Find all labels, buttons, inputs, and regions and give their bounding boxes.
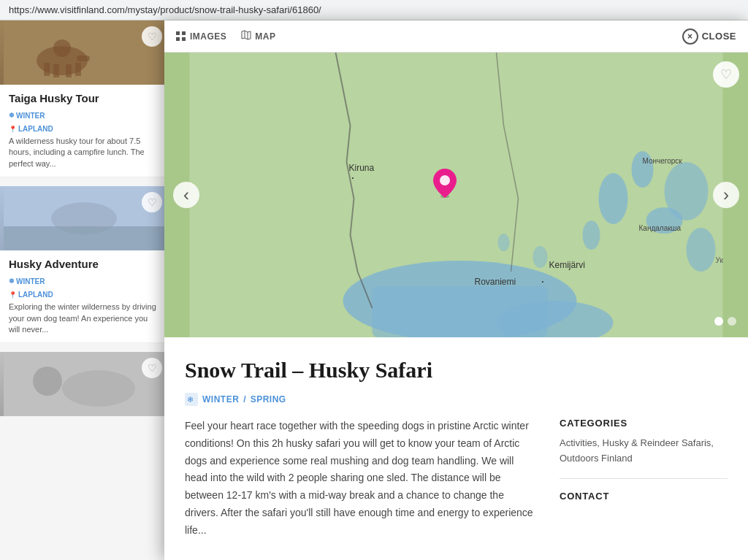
svg-point-12 bbox=[33, 367, 62, 396]
card-taiga-husky: ♡ Taiga Husky Tour WINTER LAPLAND A wild… bbox=[0, 20, 168, 177]
svg-text:Rovaniemi: Rovaniemi bbox=[475, 277, 516, 287]
tab-map-label: MAP bbox=[255, 31, 275, 42]
url-text: https://www.visitfinland.com/mystay/prod… bbox=[9, 4, 321, 15]
card-tags-1: WINTER LAPLAND bbox=[9, 107, 159, 136]
card-image-1: ♡ bbox=[0, 20, 168, 85]
season-icon: ❄ bbox=[185, 393, 198, 406]
favorite-btn-1[interactable]: ♡ bbox=[142, 26, 162, 47]
heart-icon: ♡ bbox=[720, 66, 732, 83]
browser-bar: https://www.visitfinland.com/mystay/prod… bbox=[0, 0, 748, 20]
svg-rect-4 bbox=[53, 64, 59, 77]
season-divider: / bbox=[243, 394, 245, 404]
svg-point-10 bbox=[51, 202, 117, 234]
content-grid: Feel your heart race together with the s… bbox=[185, 418, 728, 540]
map-pin bbox=[433, 169, 457, 201]
svg-rect-19 bbox=[373, 286, 548, 337]
card-desc-2: Exploring the winter wilderness by drivi… bbox=[9, 302, 159, 335]
svg-point-13 bbox=[62, 370, 135, 407]
svg-text:•: • bbox=[352, 174, 354, 181]
card-body-2: Husky Adventure WINTER LAPLAND Exploring… bbox=[0, 250, 168, 343]
season-spring-label: SPRING bbox=[251, 394, 286, 404]
map-prev-button[interactable]: ‹ bbox=[173, 182, 199, 208]
card-desc-1: A wilderness husky tour for about 7.5 ho… bbox=[9, 136, 159, 169]
categories-text: Activities, Husky & Reindeer Safaris, Ou… bbox=[560, 436, 728, 479]
svg-point-2 bbox=[53, 39, 71, 57]
dot-1[interactable] bbox=[714, 317, 723, 326]
close-x-icon: × bbox=[682, 28, 698, 45]
map-dots-indicator bbox=[714, 317, 736, 326]
background-page: ♡ Taiga Husky Tour WINTER LAPLAND A wild… bbox=[0, 20, 168, 560]
close-label: CLOSE bbox=[702, 31, 736, 42]
svg-point-26 bbox=[533, 246, 548, 268]
map-next-button[interactable]: › bbox=[713, 182, 739, 208]
svg-rect-3 bbox=[44, 63, 50, 76]
modal-tabs: IMAGES MAP × CLOSE bbox=[164, 20, 748, 53]
svg-rect-7 bbox=[77, 55, 90, 61]
svg-text:Мончегорск: Мончегорск bbox=[643, 157, 683, 165]
tab-images-label: IMAGES bbox=[190, 31, 226, 42]
contact-title: CONTACT bbox=[560, 491, 728, 502]
map-container: Kiruna • Rovaniemi • Kemijärvi Kemi • Lu… bbox=[164, 53, 748, 337]
svg-text:Kiruna: Kiruna bbox=[349, 163, 375, 173]
svg-point-44 bbox=[440, 175, 450, 185]
svg-point-25 bbox=[583, 220, 600, 250]
svg-point-27 bbox=[498, 234, 510, 251]
arrow-left-icon: ‹ bbox=[183, 186, 189, 204]
svg-text:Kemijärvi: Kemijärvi bbox=[549, 260, 585, 270]
season-winter-label: WINTER bbox=[202, 394, 239, 404]
svg-rect-0 bbox=[4, 20, 164, 85]
svg-text:Кандалакша: Кандалакша bbox=[639, 224, 682, 232]
product-description: Feel your heart race together with the s… bbox=[185, 418, 536, 540]
svg-point-23 bbox=[665, 162, 709, 220]
tab-map[interactable]: MAP bbox=[241, 30, 275, 42]
card-title-1: Taiga Husky Tour bbox=[9, 92, 159, 104]
tab-images[interactable]: IMAGES bbox=[176, 31, 226, 42]
season-tags: ❄ WINTER / SPRING bbox=[185, 393, 728, 406]
arrow-right-icon: › bbox=[723, 186, 729, 204]
svg-text:❄: ❄ bbox=[187, 395, 194, 404]
svg-rect-6 bbox=[75, 63, 81, 76]
card-image-2: ♡ bbox=[0, 186, 168, 250]
map-icon bbox=[241, 30, 251, 42]
dot-2[interactable] bbox=[728, 317, 736, 326]
modal-content: Snow Trail – Husky Safari ❄ WINTER / SPR… bbox=[164, 337, 748, 560]
images-grid-icon bbox=[176, 31, 186, 42]
svg-rect-5 bbox=[66, 64, 72, 77]
favorite-btn-2[interactable]: ♡ bbox=[142, 192, 162, 212]
svg-text:•: • bbox=[542, 278, 544, 285]
categories-title: CATEGORIES bbox=[560, 418, 728, 429]
tag-winter-1: WINTER bbox=[9, 112, 45, 120]
card-husky-tour: ♡ bbox=[0, 352, 168, 416]
card-image-3: ♡ bbox=[0, 352, 168, 416]
tag-location-1: LAPLAND bbox=[9, 125, 53, 133]
sidebar-info: CATEGORIES Activities, Husky & Reindeer … bbox=[560, 418, 728, 540]
card-title-2: Husky Adventure bbox=[9, 258, 159, 270]
svg-point-24 bbox=[687, 228, 716, 272]
close-button[interactable]: × CLOSE bbox=[682, 28, 736, 45]
svg-point-20 bbox=[599, 173, 628, 224]
tag-winter-2: WINTER bbox=[9, 277, 45, 285]
product-modal: IMAGES MAP × CLOSE bbox=[164, 20, 748, 560]
card-body-1: Taiga Husky Tour WINTER LAPLAND A wilder… bbox=[0, 85, 168, 177]
card-tags-2: WINTER LAPLAND bbox=[9, 273, 159, 302]
tag-location-2: LAPLAND bbox=[9, 291, 53, 299]
product-title: Snow Trail – Husky Safari bbox=[185, 358, 728, 383]
card-husky-adventure: ♡ Husky Adventure WINTER LAPLAND Explori… bbox=[0, 186, 168, 343]
svg-text:Ук: Ук bbox=[716, 256, 724, 264]
map-favorite-button[interactable]: ♡ bbox=[713, 61, 739, 88]
